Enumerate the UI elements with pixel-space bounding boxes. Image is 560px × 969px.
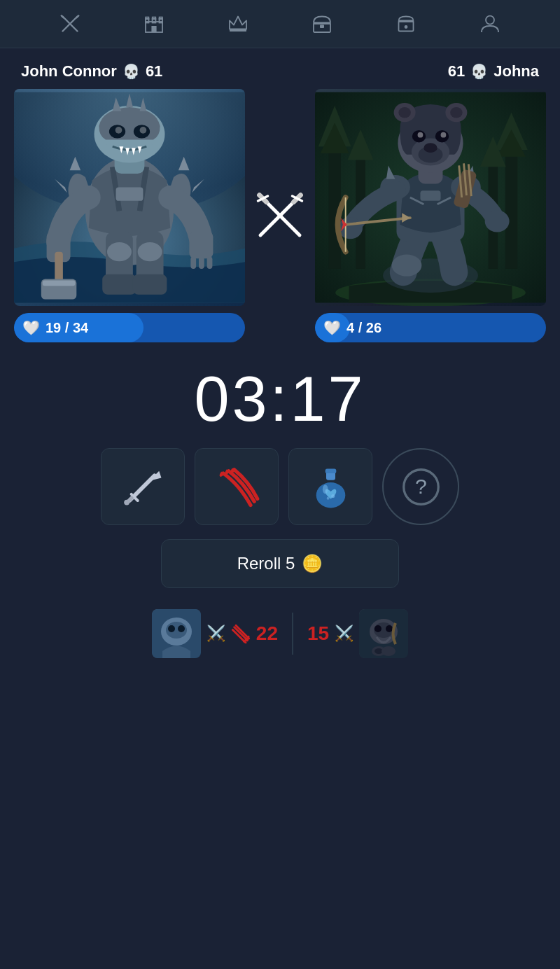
svg-point-54: [107, 242, 132, 261]
svg-point-55: [138, 242, 162, 261]
svg-rect-77: [420, 190, 440, 201]
reroll-label: Reroll 5: [237, 554, 295, 573]
bear-archer-illustration: [315, 89, 546, 306]
svg-rect-53: [133, 274, 167, 295]
svg-rect-113: [325, 468, 336, 473]
svg-point-124: [178, 625, 185, 632]
claw-icon: [214, 464, 260, 510]
battle-arena: 🤍 19 / 34: [14, 89, 546, 342]
player-right-skull-icon: 💀: [470, 63, 488, 80]
log-avatar-left-image: [152, 609, 201, 658]
potion-button[interactable]: [288, 448, 372, 525]
svg-point-86: [398, 107, 410, 118]
battle-log: ⚔️ 22 15 ⚔️: [14, 609, 546, 658]
character-image-left: [14, 89, 245, 306]
player-left-header: John Connor 💀 61: [21, 62, 162, 81]
svg-point-133: [382, 646, 396, 656]
svg-rect-49: [207, 256, 213, 268]
health-bar-right: 🤍 4 / 26: [315, 313, 546, 342]
svg-rect-23: [116, 187, 144, 200]
reroll-section: Reroll 5 🪙: [14, 539, 546, 588]
unknown-button[interactable]: ?: [382, 448, 459, 525]
character-image-right: [315, 89, 546, 306]
question-icon: ?: [402, 468, 440, 506]
potion-icon: [308, 464, 354, 510]
nav-chest-icon[interactable]: [309, 11, 335, 36]
log-damage-left-icon: [231, 624, 251, 643]
shark-warrior-illustration: [14, 89, 245, 306]
reroll-button[interactable]: Reroll 5 🪙: [161, 539, 399, 588]
log-sword-right-icon: ⚔️: [335, 625, 354, 643]
svg-point-36: [115, 127, 122, 134]
claw-button[interactable]: [195, 448, 279, 525]
log-avatar-left: [152, 609, 201, 658]
log-sword-left-icon: ⚔️: [206, 625, 225, 643]
player-right-header: 61 💀 Johna: [448, 62, 539, 81]
timer-display: 03:17: [14, 368, 546, 431]
svg-rect-14: [314, 22, 330, 25]
svg-point-18: [405, 25, 408, 29]
health-icon-left: 🤍: [22, 319, 40, 336]
svg-point-127: [243, 640, 246, 643]
svg-point-93: [418, 132, 424, 138]
top-navigation: [0, 0, 560, 48]
svg-point-123: [168, 625, 175, 632]
svg-rect-45: [43, 280, 76, 286]
coin-icon: 🪙: [302, 554, 323, 573]
health-text-left: 19 / 34: [46, 320, 88, 336]
vs-icon: [252, 191, 308, 240]
svg-point-134: [374, 625, 382, 632]
svg-point-117: [326, 496, 329, 499]
player-right-name: Johna: [493, 62, 539, 81]
nav-treasure-icon[interactable]: [393, 11, 419, 36]
svg-rect-12: [230, 29, 246, 32]
svg-rect-47: [190, 256, 196, 268]
svg-rect-66: [505, 140, 517, 269]
svg-point-115: [322, 484, 328, 494]
action-buttons: ?: [14, 448, 546, 525]
svg-point-116: [331, 494, 335, 497]
svg-point-75: [392, 255, 422, 277]
svg-rect-52: [102, 274, 136, 295]
player-left-name: John Connor: [21, 62, 117, 81]
log-avatar-right-image: [359, 609, 408, 658]
timer-section: 03:17: [14, 354, 546, 448]
svg-point-94: [441, 132, 447, 138]
svg-rect-11: [151, 26, 156, 32]
svg-point-87: [450, 107, 462, 118]
nav-castle-icon[interactable]: [141, 11, 167, 36]
nav-profile-icon[interactable]: [477, 11, 503, 36]
svg-text:?: ?: [415, 475, 427, 498]
svg-rect-15: [320, 25, 324, 29]
nav-crown-icon[interactable]: [225, 11, 251, 36]
health-bar-left: 🤍 19 / 34: [14, 313, 245, 342]
character-card-left: 🤍 19 / 34: [14, 89, 245, 342]
character-card-right: 🤍 4 / 26: [315, 89, 546, 342]
svg-point-37: [140, 127, 147, 134]
nav-battle-icon[interactable]: [57, 11, 83, 36]
players-header: John Connor 💀 61 61 💀 Johna: [14, 62, 546, 81]
player-left-level: 61: [146, 62, 162, 81]
svg-point-135: [386, 625, 393, 632]
log-damage-left: 22: [256, 622, 278, 645]
svg-rect-17: [399, 20, 414, 22]
svg-point-101: [485, 210, 510, 232]
player-right-level: 61: [448, 62, 465, 81]
svg-point-126: [247, 636, 250, 639]
svg-point-90: [424, 143, 437, 153]
svg-point-19: [486, 16, 494, 25]
svg-point-111: [124, 499, 130, 505]
health-text-right: 4 / 26: [346, 320, 382, 336]
health-icon-right: 🤍: [323, 319, 341, 336]
battle-log-right: 15 ⚔️: [307, 609, 408, 658]
main-content: John Connor 💀 61 61 💀 Johna: [0, 48, 560, 672]
log-avatar-right: [359, 609, 408, 658]
log-damage-right: 15: [307, 622, 329, 645]
svg-rect-48: [199, 256, 204, 268]
svg-rect-46: [189, 232, 213, 259]
player-left-skull-icon: 💀: [122, 63, 140, 80]
sword-icon: [120, 464, 166, 510]
battle-log-left: ⚔️ 22: [152, 609, 278, 658]
attack-button[interactable]: [101, 448, 185, 525]
battle-log-separator: [292, 613, 293, 655]
